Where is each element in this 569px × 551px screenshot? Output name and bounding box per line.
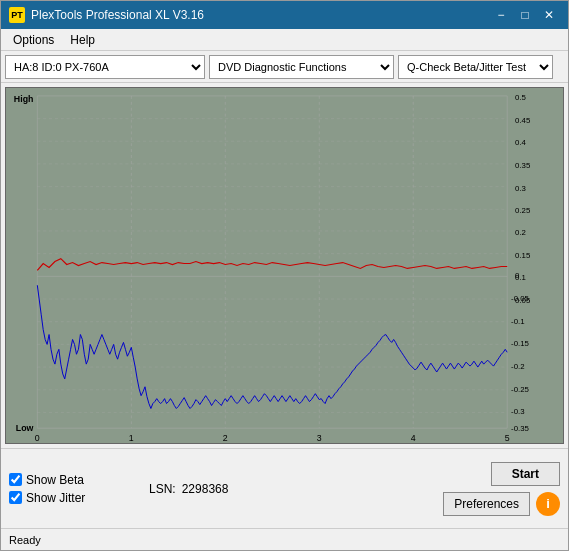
svg-text:-0.1: -0.1 (511, 317, 524, 326)
svg-text:0.4: 0.4 (515, 138, 527, 147)
toolbar: HA:8 ID:0 PX-760A DVD Diagnostic Functio… (1, 51, 568, 83)
chart-svg: High Low 0.5 0.45 0.4 0.35 0.3 0.25 0.2 … (6, 88, 563, 443)
bottom-panel: Show Beta Show Jitter LSN: 2298368 Start… (1, 448, 568, 528)
right-controls: Start Preferences i (443, 462, 560, 516)
prefs-row: Preferences i (443, 492, 560, 516)
test-select[interactable]: Q-Check Beta/Jitter Test (398, 55, 553, 79)
menu-options[interactable]: Options (5, 31, 62, 49)
app-icon: PT (9, 7, 25, 23)
svg-text:5: 5 (505, 433, 510, 443)
lsn-area: LSN: 2298368 (149, 482, 228, 496)
svg-text:0.45: 0.45 (515, 115, 531, 124)
svg-text:1: 1 (129, 433, 134, 443)
show-beta-row: Show Beta (9, 473, 129, 487)
show-beta-checkbox[interactable] (9, 473, 22, 486)
svg-text:0.2: 0.2 (515, 228, 526, 237)
svg-text:3: 3 (317, 433, 322, 443)
svg-text:0.35: 0.35 (515, 161, 531, 170)
svg-text:0.15: 0.15 (515, 251, 531, 260)
svg-text:Low: Low (16, 423, 34, 433)
svg-text:-0.35: -0.35 (511, 424, 529, 433)
preferences-button[interactable]: Preferences (443, 492, 530, 516)
svg-text:0: 0 (515, 271, 520, 280)
svg-text:-0.05: -0.05 (511, 294, 529, 303)
show-beta-label: Show Beta (26, 473, 84, 487)
title-bar: PT PlexTools Professional XL V3.16 − □ ✕ (1, 1, 568, 29)
lsn-value: 2298368 (182, 482, 229, 496)
svg-text:High: High (14, 94, 34, 104)
show-jitter-row: Show Jitter (9, 491, 129, 505)
svg-text:4: 4 (411, 433, 416, 443)
svg-text:-0.3: -0.3 (511, 407, 525, 416)
chart-area: High Low 0.5 0.45 0.4 0.35 0.3 0.25 0.2 … (5, 87, 564, 444)
start-button[interactable]: Start (491, 462, 560, 486)
svg-text:-0.25: -0.25 (511, 385, 529, 394)
show-jitter-checkbox[interactable] (9, 491, 22, 504)
svg-text:0.25: 0.25 (515, 206, 531, 215)
svg-text:0: 0 (35, 433, 40, 443)
minimize-button[interactable]: − (490, 5, 512, 25)
svg-text:-0.15: -0.15 (511, 339, 529, 348)
svg-text:0.5: 0.5 (515, 93, 527, 102)
function-select[interactable]: DVD Diagnostic Functions (209, 55, 394, 79)
window-controls: − □ ✕ (490, 5, 560, 25)
show-jitter-label: Show Jitter (26, 491, 85, 505)
svg-text:2: 2 (223, 433, 228, 443)
svg-text:0.3: 0.3 (515, 184, 527, 193)
status-text: Ready (9, 534, 41, 546)
window-title: PlexTools Professional XL V3.16 (31, 8, 490, 22)
close-button[interactable]: ✕ (538, 5, 560, 25)
maximize-button[interactable]: □ (514, 5, 536, 25)
info-button[interactable]: i (536, 492, 560, 516)
main-window: PT PlexTools Professional XL V3.16 − □ ✕… (0, 0, 569, 551)
lsn-label: LSN: (149, 482, 176, 496)
menu-help[interactable]: Help (62, 31, 103, 49)
drive-select[interactable]: HA:8 ID:0 PX-760A (5, 55, 205, 79)
status-bar: Ready (1, 528, 568, 550)
menu-bar: Options Help (1, 29, 568, 51)
checkboxes-area: Show Beta Show Jitter (9, 473, 129, 505)
svg-text:-0.2: -0.2 (511, 362, 524, 371)
